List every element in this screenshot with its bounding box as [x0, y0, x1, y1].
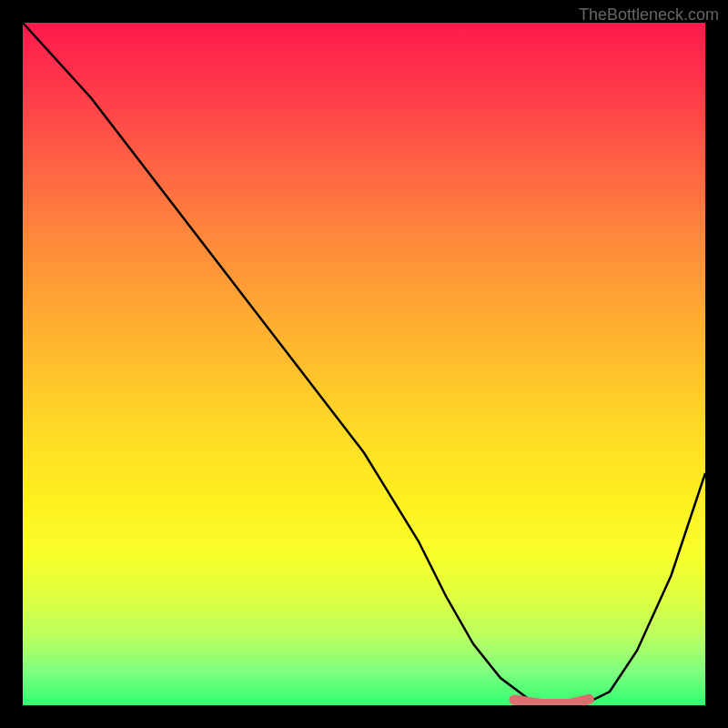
watermark-text: TheBottleneck.com: [579, 5, 719, 25]
chart-svg: [23, 23, 705, 705]
bottleneck-curve: [23, 23, 705, 705]
optimal-range-marker: [514, 699, 590, 703]
